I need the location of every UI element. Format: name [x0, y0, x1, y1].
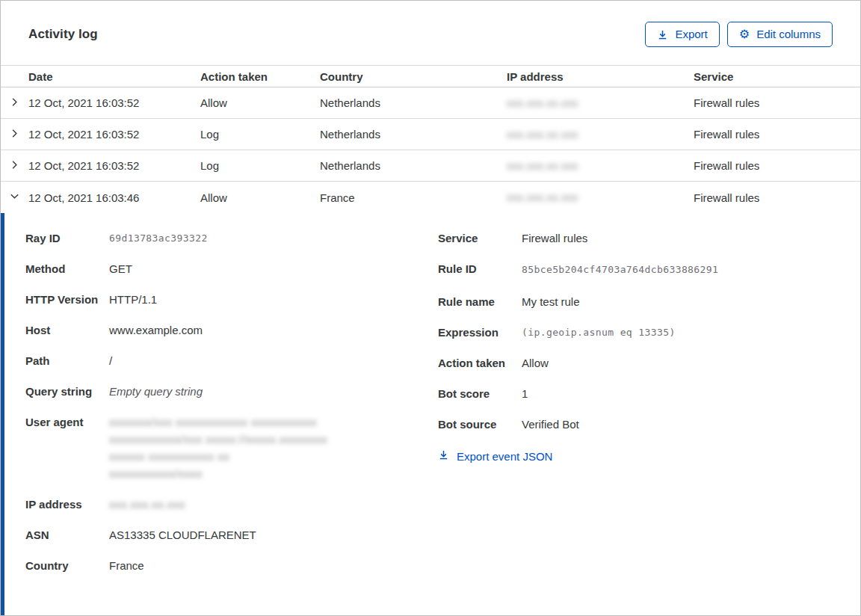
cell-service: Firewall rules — [694, 128, 860, 141]
export-button-label: Export — [675, 28, 707, 41]
expand-row-button[interactable] — [1, 150, 28, 181]
cell-service: Firewall rules — [694, 96, 860, 109]
field-label: Method — [25, 260, 109, 277]
field-label: Service — [438, 230, 522, 247]
detail-field-ray-id: Ray ID 69d13783ac393322 — [25, 230, 438, 247]
cell-country: Netherlands — [320, 128, 507, 141]
field-value-redacted: xxx.xxx.xx.xxx — [109, 496, 185, 513]
column-header-ip-address: IP address — [507, 70, 694, 83]
cell-action-taken: Log — [200, 159, 320, 172]
download-icon — [438, 449, 449, 463]
chevron-down-icon — [9, 191, 20, 204]
column-header-action-taken: Action taken — [200, 70, 320, 83]
field-label: HTTP Version — [25, 291, 109, 308]
edit-columns-button-label: Edit columns — [756, 28, 821, 41]
event-details-right-column: Service Firewall rules Rule ID 85bce5b20… — [438, 230, 838, 615]
detail-field-asn: ASN AS13335 CLOUDFLARENET — [25, 526, 438, 543]
field-value: / — [109, 352, 112, 369]
detail-field-ip-address: IP address xxx.xxx.xx.xxx — [25, 496, 438, 513]
table-row-expanded[interactable]: 12 Oct, 2021 16:03:46 Allow France xxx.x… — [1, 182, 860, 213]
chevron-right-icon — [9, 159, 20, 173]
topbar: Activity log Export ⚙ Edit columns — [1, 1, 860, 65]
field-label: Query string — [25, 383, 109, 400]
field-value: Empty query string — [109, 383, 203, 400]
expand-row-button[interactable] — [1, 87, 28, 118]
field-label: Path — [25, 352, 109, 369]
chevron-right-icon — [9, 96, 20, 110]
field-value: Firewall rules — [522, 230, 587, 247]
cell-action-taken: Log — [200, 128, 320, 141]
export-event-json-link[interactable]: Export event JSON — [438, 449, 552, 463]
column-header-country: Country — [320, 70, 507, 83]
field-value: 1 — [522, 385, 528, 402]
detail-field-service: Service Firewall rules — [438, 230, 838, 247]
field-value: 85bce5b204cf4703a764dcb633886291 — [522, 260, 718, 280]
cell-action-taken: Allow — [200, 191, 320, 204]
cell-ip-address-redacted: xxx.xxx.xx.xxx — [507, 129, 694, 141]
detail-field-method: Method GET — [25, 260, 438, 277]
detail-field-country: Country France — [25, 557, 438, 574]
column-header-date: Date — [28, 70, 200, 83]
detail-field-bot-score: Bot score 1 — [438, 385, 838, 402]
field-label: Action taken — [438, 354, 522, 372]
cell-country: Netherlands — [320, 159, 507, 172]
table-header-row: Date Action taken Country IP address Ser… — [1, 65, 860, 87]
collapse-row-button[interactable] — [1, 182, 28, 213]
table-row[interactable]: 12 Oct, 2021 16:03:52 Log Netherlands xx… — [1, 119, 860, 150]
field-value: Allow — [522, 354, 549, 372]
detail-field-host: Host www.example.com — [25, 321, 438, 339]
activity-log-table: Date Action taken Country IP address Ser… — [1, 65, 860, 213]
detail-field-http-version: HTTP Version HTTP/1.1 — [25, 291, 438, 308]
table-row[interactable]: 12 Oct, 2021 16:03:52 Log Netherlands xx… — [1, 150, 860, 182]
detail-field-expression: Expression (ip.geoip.asnum eq 13335) — [438, 324, 838, 341]
cell-date: 12 Oct, 2021 16:03:46 — [28, 191, 200, 204]
detail-field-query-string: Query string Empty query string — [25, 383, 438, 400]
export-event-json-label: Export event JSON — [457, 450, 552, 463]
detail-field-bot-source: Bot source Verified Bot — [438, 416, 838, 433]
cell-ip-address-redacted: xxx.xxx.xx.xxx — [507, 191, 694, 203]
field-value: GET — [109, 260, 132, 277]
field-label: Host — [25, 321, 109, 339]
field-value: HTTP/1.1 — [109, 291, 157, 308]
page-title: Activity log — [28, 27, 98, 42]
field-label: Rule name — [438, 293, 522, 310]
field-label: Expression — [438, 324, 522, 341]
detail-field-path: Path / — [25, 352, 438, 369]
cell-action-taken: Allow — [200, 96, 320, 109]
detail-field-user-agent: User agent xxxxxxx/xxx xxxxxxxxxxxx xxxx… — [25, 413, 438, 482]
field-value: France — [109, 557, 144, 574]
field-value-redacted: xxxxxxx/xxx xxxxxxxxxxxx xxxxxxxxxxx xxx… — [109, 413, 327, 482]
cell-date: 12 Oct, 2021 16:03:52 — [28, 159, 200, 172]
column-header-service: Service — [694, 70, 860, 83]
event-details-panel: Ray ID 69d13783ac393322 Method GET HTTP … — [1, 213, 860, 615]
cell-country: Netherlands — [320, 96, 507, 109]
field-label: Rule ID — [438, 260, 522, 280]
expand-row-button[interactable] — [1, 119, 28, 150]
field-label: Bot score — [438, 385, 522, 402]
field-value: AS13335 CLOUDFLARENET — [109, 526, 256, 543]
cell-service: Firewall rules — [694, 159, 860, 172]
field-value: My test rule — [522, 293, 580, 310]
event-details-left-column: Ray ID 69d13783ac393322 Method GET HTTP … — [25, 230, 438, 615]
field-value: 69d13783ac393322 — [109, 230, 208, 247]
field-value: Verified Bot — [522, 416, 579, 433]
gear-icon: ⚙ — [739, 28, 750, 40]
cell-ip-address-redacted: xxx.xxx.xx.xxx — [507, 160, 694, 172]
field-label: Ray ID — [25, 230, 109, 247]
detail-field-action-taken: Action taken Allow — [438, 354, 838, 372]
table-row[interactable]: 12 Oct, 2021 16:03:52 Allow Netherlands … — [1, 87, 860, 119]
export-button[interactable]: Export — [645, 22, 719, 47]
cell-service: Firewall rules — [694, 191, 860, 204]
cell-date: 12 Oct, 2021 16:03:52 — [28, 96, 200, 109]
field-value: (ip.geoip.asnum eq 13335) — [522, 324, 676, 341]
field-label: IP address — [25, 496, 109, 513]
cell-date: 12 Oct, 2021 16:03:52 — [28, 128, 200, 141]
field-label: Bot source — [438, 416, 522, 433]
field-label: ASN — [25, 526, 109, 543]
activity-log-panel: Activity log Export ⚙ Edit columns Date … — [0, 0, 861, 616]
detail-field-rule-id: Rule ID 85bce5b204cf4703a764dcb633886291 — [438, 260, 838, 280]
field-label: Country — [25, 557, 109, 574]
field-value: www.example.com — [109, 321, 203, 339]
edit-columns-button[interactable]: ⚙ Edit columns — [727, 22, 833, 47]
topbar-actions: Export ⚙ Edit columns — [645, 22, 833, 47]
